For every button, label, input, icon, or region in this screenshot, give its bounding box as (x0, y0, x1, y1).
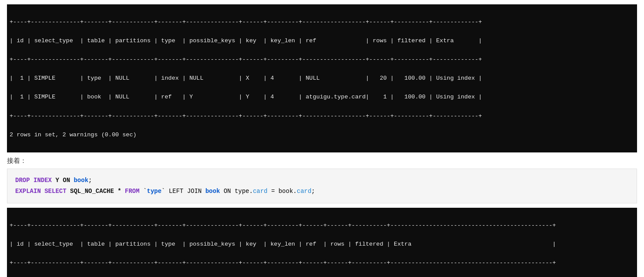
terminal1-sep3: +----+--------------+-------+-----------… (10, 111, 634, 121)
terminal2-header: | id | select_type | table | partitions … (10, 240, 634, 249)
semicolon1: ; (88, 177, 92, 184)
terminal2-sep2: +----+--------------+-------+-----------… (10, 258, 634, 268)
kw-card1: card (253, 188, 268, 195)
kw-explain: EXPLAIN (15, 188, 41, 195)
kw-card2: card (297, 188, 312, 195)
kw-drop: DROP (15, 177, 30, 184)
kw-book2: book (205, 188, 220, 195)
terminal1-header: | id | select_type | table | partitions … (10, 36, 634, 46)
terminal-block-2: +----+--------------+-------+-----------… (7, 208, 637, 277)
code-block: DROP INDEX Y ON book; EXPLAIN SELECT SQL… (7, 169, 637, 203)
terminal1-row1: | 1 | SIMPLE | type | NULL | index | NUL… (10, 74, 634, 83)
kw-on-type: ON type. (220, 188, 253, 195)
eq: = book. (268, 188, 297, 195)
terminal2-sep1: +----+--------------+-------+-----------… (10, 221, 634, 230)
terminal1-sep1: +----+--------------+-------+-----------… (10, 17, 634, 27)
kw-from: FROM (125, 188, 140, 195)
semicolon2: ; (312, 188, 315, 195)
backtick-close: ` LEFT JOIN (161, 188, 205, 195)
kw-sqlnocache: SQL_NO_CACHE * (67, 188, 125, 195)
kw-index: INDEX (34, 177, 52, 184)
space1: ` (140, 188, 147, 195)
between-text: 接着： (7, 157, 637, 165)
code-line2: EXPLAIN SELECT SQL_NO_CACHE * FROM `type… (15, 188, 315, 195)
terminal1-row2: | 1 | SIMPLE | book | NULL | ref | Y | Y… (10, 92, 634, 102)
kw-select: SELECT (44, 188, 66, 195)
terminal-block-1: +----+--------------+-------+-----------… (7, 4, 637, 152)
kw-type-tick: type (147, 188, 161, 195)
terminal1-sep2: +----+--------------+-------+-----------… (10, 55, 634, 64)
kw-y-on: Y ON (52, 177, 74, 184)
kw-book1: book (74, 177, 88, 184)
terminal1-footer: 2 rows in set, 2 warnings (0.00 sec) (10, 130, 634, 140)
code-line1: DROP INDEX Y ON book; (15, 177, 92, 184)
